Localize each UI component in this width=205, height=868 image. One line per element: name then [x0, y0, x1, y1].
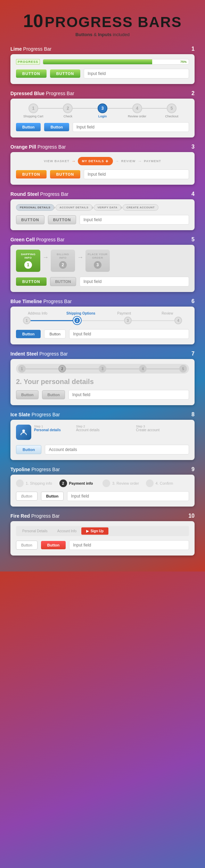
- bar8-input[interactable]: [45, 445, 189, 454]
- bar10-tab1[interactable]: Personal Details: [17, 527, 52, 535]
- bar9-label: Progress Bar: [31, 467, 60, 472]
- bar10-num: 10: [188, 513, 195, 519]
- bar3-arrow1: →: [69, 159, 78, 164]
- bar5-input[interactable]: [80, 277, 189, 286]
- bar4-btn2[interactable]: BUTTON: [48, 215, 76, 224]
- bar2-input[interactable]: [73, 122, 189, 132]
- bar4-section-label: Round Steel Progress Bar 4: [10, 191, 195, 197]
- bar8-section-label: Ice Slate Progress Bar 8: [10, 411, 195, 418]
- bar2-btn2[interactable]: Button: [44, 123, 69, 131]
- bar7-dot2: 2: [58, 365, 66, 373]
- bar10-btn2[interactable]: Button: [41, 541, 66, 549]
- bar1-progress-label: PROGRESS: [16, 59, 40, 65]
- bar9-step2: 2 Payment info: [59, 479, 103, 487]
- bar8-step2-label: Account details: [76, 428, 100, 432]
- bar2-step3: 3 Login: [85, 103, 120, 118]
- bar4-tab4[interactable]: CREATE ACCOUNT: [123, 204, 158, 211]
- bar5-card: SHIPPINGINFO 1 → BILLINGINFO 2 → PLACE Y…: [10, 245, 195, 292]
- bar1-progress-fill: [43, 59, 152, 64]
- bar5-btn1[interactable]: BUTTON: [16, 277, 47, 286]
- bar7-btn1[interactable]: Button: [16, 390, 39, 399]
- bar6-btn1[interactable]: Button: [16, 330, 41, 338]
- bar1-btn2[interactable]: BUTTON: [50, 69, 81, 78]
- bar3-card: VIEW BASKET → MY DETAILS + → REVIEW → PA…: [10, 152, 195, 185]
- bar6-tl-line2: [81, 320, 124, 321]
- bar8-btn1[interactable]: Button: [16, 445, 41, 454]
- bar9-btn1[interactable]: Button: [16, 492, 38, 501]
- bar2-step2-circle: 2: [63, 103, 73, 113]
- bar8-style: Ice Slate: [10, 412, 30, 417]
- bar4-input[interactable]: [80, 215, 189, 225]
- bar7-dot3: 3: [99, 365, 106, 373]
- bar8-label: Progress Bar: [32, 412, 60, 417]
- bar9-step2-num: 2: [59, 479, 67, 487]
- bar10-btn-row: Button Button: [16, 540, 189, 550]
- bar5-step3-num: 3: [94, 261, 101, 269]
- bar6-tl-dot2: 2: [73, 317, 81, 324]
- bar9-input[interactable]: [67, 491, 189, 501]
- bar1-style: Lime: [10, 46, 22, 52]
- bar1-num: 1: [191, 46, 195, 52]
- bar5-section-label: Green Cell Progress Bar 5: [10, 236, 195, 243]
- bar9-num: 9: [191, 466, 195, 473]
- bar6-tl-dot1: 1: [23, 317, 31, 324]
- bar7-dot1: 1: [18, 365, 26, 373]
- bar3-btn1[interactable]: BUTTON: [16, 170, 47, 178]
- bar2-step4-label: Review order: [128, 115, 146, 118]
- fire-arrow-icon: ▶: [86, 529, 89, 533]
- bar4-btn1[interactable]: BUTTON: [16, 215, 44, 224]
- bar1-pct: 75%: [180, 60, 187, 64]
- bar10-tab3[interactable]: ▶ Sign Up: [81, 527, 108, 535]
- bar7-dot5: 5: [179, 365, 187, 373]
- bar10-tab2[interactable]: Account Info: [52, 527, 82, 535]
- title-number: 10: [23, 11, 43, 31]
- bar6-tl-label3: Payment: [102, 311, 146, 315]
- bar7-card: 1 2 3 4 5 2. Your personal details Butto…: [10, 359, 195, 405]
- bar7-input[interactable]: [68, 390, 189, 400]
- bar3-btn2[interactable]: BUTTON: [50, 170, 81, 178]
- bar1-card: PROGRESS 75% BUTTON BUTTON: [10, 54, 195, 84]
- bar2-section-label: Dpressed Blue Progress Bar 2: [10, 90, 195, 97]
- bar10-input[interactable]: [69, 540, 189, 550]
- bar3-input[interactable]: [84, 169, 189, 179]
- bar7-btn2[interactable]: Button: [42, 390, 65, 399]
- bar4-label: Progress Bar: [40, 191, 69, 197]
- bar1-input[interactable]: [84, 69, 189, 78]
- bar1-btn1[interactable]: BUTTON: [16, 69, 47, 78]
- bar7-section-label: Indent Steel Progress Bar 7: [10, 351, 195, 357]
- bar5-step3-box: PLACE YOURORDER 3: [85, 250, 110, 272]
- bar2-steps: 1 Shopping Cart 2 Check 3 Login 4 Review…: [16, 103, 189, 118]
- bar5-steps: SHIPPINGINFO 1 → BILLINGINFO 2 → PLACE Y…: [16, 250, 189, 272]
- bar2-step2: 2 Check: [51, 103, 85, 118]
- bar6-tl-label2: Shipping Options: [59, 311, 103, 315]
- bar3-section-label: Orange Pill Progress Bar 3: [10, 144, 195, 150]
- bar8-step1-text: Step 1 Personal details: [34, 425, 61, 432]
- bar4-tab3[interactable]: VERIFY DATA: [94, 204, 122, 211]
- bar6-btn2[interactable]: Button: [44, 329, 66, 339]
- bar2-connector3: [102, 108, 137, 109]
- bar2-btn1[interactable]: Button: [16, 123, 41, 131]
- bar2-step5-circle: 5: [167, 103, 177, 113]
- bar3-btn-row: BUTTON BUTTON: [16, 169, 189, 179]
- bar6-tl-label4: Review: [146, 311, 189, 315]
- bar5-arrow1: →: [42, 254, 49, 261]
- bar6-btn-row: Button Button: [16, 329, 189, 339]
- bar4-tab2[interactable]: ACCOUNT DETAILS: [56, 204, 92, 211]
- bar3-label: Progress Bar: [38, 144, 66, 150]
- bar4-style: Round Steel: [10, 191, 39, 197]
- bar9-btn2[interactable]: Button: [41, 492, 64, 501]
- bar4-tab1[interactable]: PERSONAL DETAILS: [16, 204, 54, 211]
- bar6-style: Blue Timeline: [10, 299, 42, 304]
- bar5-step2-box: BILLINGINFO 2: [51, 250, 75, 272]
- bar8-steps: Step 1 Personal details Step 2 Account d…: [16, 425, 189, 440]
- bar7-line2: [66, 368, 99, 369]
- bar4-num: 4: [191, 191, 195, 197]
- bar8-step1-num: Step 1: [34, 425, 61, 428]
- bar7-dot4: 4: [139, 365, 147, 373]
- bar5-btn2[interactable]: BUTTON: [50, 277, 76, 286]
- bar6-input[interactable]: [69, 329, 189, 339]
- bar10-btn1[interactable]: Button: [16, 541, 38, 550]
- bar2-step5-label: Checkout: [165, 115, 178, 118]
- bar3-num: 3: [191, 144, 195, 150]
- bar9-card: 1. Shipping info 2 Payment info 3. Revie…: [10, 475, 195, 507]
